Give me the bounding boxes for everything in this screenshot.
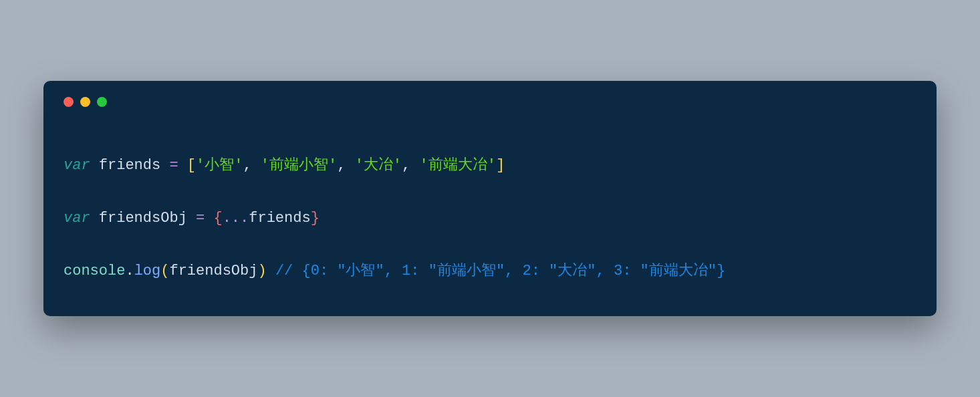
maximize-icon[interactable] [97,97,107,107]
bracket-close: ] [496,157,505,174]
code-line-1: var friends = ['小智', '前端小智', '大冶', '前端大冶… [64,154,916,177]
string-literal: '大冶' [355,157,402,174]
comma: , [243,157,251,174]
identifier-friends: friends [249,210,310,227]
string-literal: '小智' [196,157,243,174]
brace-open: { [213,210,222,227]
code-line-3: console.log(friendsObj) // {0: "小智", 1: … [64,259,916,283]
code-line-2: var friendsObj = {...friends} [64,207,916,230]
dot: . [125,263,134,279]
string-literal: '前端小智' [261,157,337,174]
identifier-friendsobj: friendsObj [169,263,257,279]
keyword-var: var [64,157,90,174]
string-literal: '前端大冶' [419,157,495,174]
minimize-icon[interactable] [80,97,90,107]
code-window: var friends = ['小智', '前端小智', '大冶', '前端大冶… [43,81,937,317]
object-console: console [64,263,125,279]
bracket-open: [ [187,157,196,174]
keyword-var: var [64,210,90,227]
close-icon[interactable] [64,97,74,107]
identifier-friendsobj: friendsObj [99,210,187,227]
function-log: log [134,263,161,279]
spread-operator: ... [223,210,249,227]
comment: // {0: "小智", 1: "前端小智", 2: "大冶", 3: "前端大… [275,263,725,279]
operator-equals: = [196,210,205,227]
brace-close: } [311,210,320,227]
paren-close: ) [257,263,266,279]
code-block: var friends = ['小智', '前端小智', '大冶', '前端大冶… [64,154,916,283]
comma: , [402,157,410,174]
identifier-friends: friends [99,157,160,174]
operator-equals: = [169,157,178,174]
comma: , [337,157,346,174]
paren-open: ( [160,263,169,279]
window-controls [64,97,916,107]
